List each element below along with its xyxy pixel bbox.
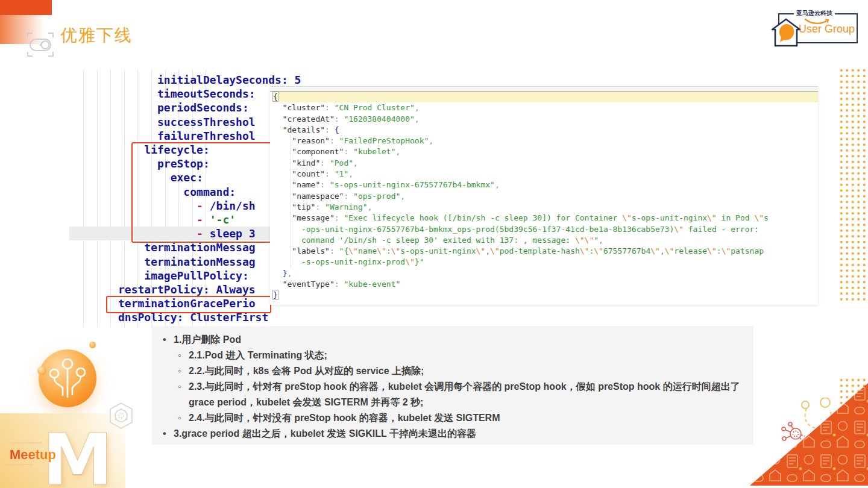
meetup-label: Meetup bbox=[10, 447, 56, 463]
json-panel-top-strip bbox=[270, 87, 818, 92]
corner-triangle-pattern bbox=[750, 383, 868, 488]
annotation-box-lifecycle bbox=[131, 142, 271, 243]
note-item: 2.4.与此同时，针对没有 preStop hook 的容器，kubelet 发… bbox=[178, 410, 743, 426]
code-line: { bbox=[273, 92, 818, 102]
code-line: "reason": "FailedPreStopHook", bbox=[273, 136, 818, 146]
code-line: initialDelaySeconds: 5 bbox=[118, 73, 301, 87]
dot-grid-top bbox=[838, 67, 867, 302]
orange-dot-small bbox=[89, 342, 96, 348]
slide: 优雅下线 亚马逊云科技 User Group initialDelaySecon… bbox=[0, 0, 868, 488]
code-line: "details": { bbox=[273, 125, 818, 136]
code-line: "labels": "{\"name\":\"s-ops-unit-nginx\… bbox=[273, 246, 818, 257]
code-line: }, bbox=[273, 268, 818, 279]
logo-group-label: User Group bbox=[799, 23, 855, 36]
code-line: "count": "1", bbox=[273, 169, 818, 180]
annotation-box-termination-grace bbox=[106, 296, 271, 313]
notes-panel: 1.用户删除 Pod2.1.Pod 进入 Terminating 状态;2.2.… bbox=[152, 326, 753, 445]
orange-dot-medium bbox=[37, 366, 46, 375]
code-line: "component": "kubelet", bbox=[273, 146, 818, 157]
code-line: "eventType": "kube-event" bbox=[273, 279, 818, 290]
code-line: "kind": "Pod", bbox=[273, 158, 818, 169]
json-code-block: { "cluster": "CN Prod Cluster", "created… bbox=[273, 92, 818, 301]
code-line: command '/bin/sh -c sleep 30' exited wit… bbox=[273, 235, 818, 246]
code-line: "createdAt": "1620380404000", bbox=[273, 114, 818, 125]
code-line: } bbox=[273, 290, 818, 301]
note-item: 2.2.与此同时，k8s 会将 Pod 从对应的 service 上摘除; bbox=[178, 363, 743, 379]
note-item: 3.grace period 超出之后，kubelet 发送 SIGKILL 干… bbox=[163, 426, 749, 442]
speed-line bbox=[8, 442, 42, 443]
code-line: "tip": "Warning", bbox=[273, 202, 818, 213]
tech-sphere-icon bbox=[49, 357, 86, 400]
note-item: 2.3.与此同时，针对有 preStop hook 的容器，kubelet 会调… bbox=[178, 379, 743, 410]
aws-user-group-logo: 亚马逊云科技 User Group bbox=[772, 8, 860, 43]
json-event-panel: { "cluster": "CN Prod Cluster", "created… bbox=[270, 86, 818, 305]
code-line: -ops-unit-nginx-67557767b4-bmkmx_ops-pro… bbox=[273, 224, 818, 235]
code-line: "cluster": "CN Prod Cluster", bbox=[273, 102, 818, 113]
notes-list: 1.用户删除 Pod2.1.Pod 进入 Terminating 状态;2.2.… bbox=[158, 332, 749, 442]
code-line: "name": "s-ops-unit-nginx-67557767b4-bmk… bbox=[273, 180, 818, 190]
note-item: 2.1.Pod 进入 Terminating 状态; bbox=[178, 348, 743, 363]
code-line: "namespace": "ops-prod", bbox=[273, 191, 818, 202]
note-item: 1.用户删除 Pod bbox=[163, 332, 749, 348]
code-line: "message": "Exec lifecycle hook ([/bin/s… bbox=[273, 213, 818, 224]
tech-sphere-badge bbox=[39, 349, 96, 407]
house-icon bbox=[770, 16, 802, 52]
viewfinder-camera-icon bbox=[27, 31, 54, 60]
code-line: -s-ops-unit-nginx-prod\"}" bbox=[273, 257, 818, 267]
corner-accent-block bbox=[0, 0, 52, 15]
page-title: 优雅下线 bbox=[60, 24, 133, 47]
speed-line bbox=[4, 464, 33, 465]
